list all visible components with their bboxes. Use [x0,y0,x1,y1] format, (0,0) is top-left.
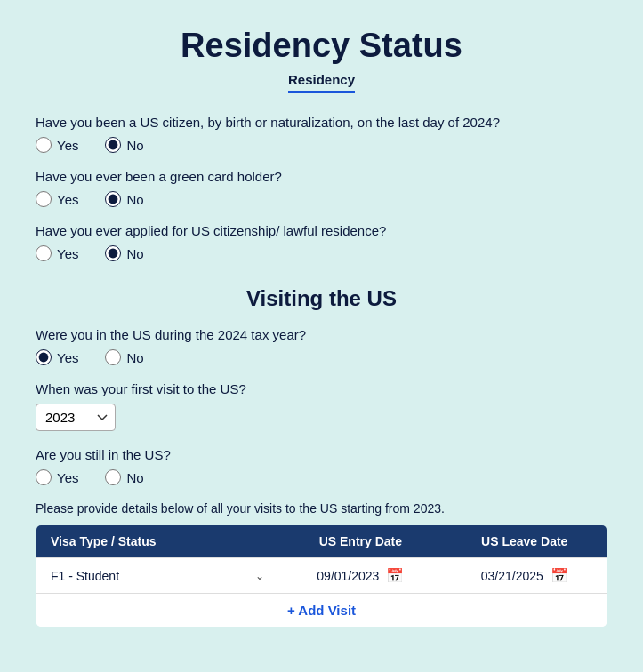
green-card-question-text: Have you ever been a green card holder? [36,169,607,184]
visa-dropdown-icon[interactable]: ⌄ [255,570,264,582]
still-no-label[interactable]: No [105,469,143,485]
still-yes-radio[interactable] [36,469,52,485]
visa-type-value: F1 - Student [51,569,119,583]
citizen-yes-radio[interactable] [36,137,52,153]
in-us-yes-label[interactable]: Yes [36,349,78,365]
leave-date-cell: 03/21/2025 📅 [443,558,607,594]
still-no-radio[interactable] [105,469,121,485]
visits-table: Visa Type / Status US Entry Date US Leav… [36,524,607,628]
green-card-no-text: No [126,192,143,207]
col-entry-date: US Entry Date [278,525,442,558]
table-header-row: Visa Type / Status US Entry Date US Leav… [36,525,607,558]
table-row: F1 - Student ⌄ 09/01/2023 📅 03/21/2025 📅 [36,558,607,594]
in-us-no-radio[interactable] [105,349,121,365]
green-card-yes-label[interactable]: Yes [36,191,78,207]
applied-no-radio[interactable] [105,245,121,261]
applied-yes-label[interactable]: Yes [36,245,78,261]
visiting-section-title: Visiting the US [36,286,607,311]
citizen-question-text: Have you been a US citizen, by birth or … [36,115,607,130]
applied-yes-radio[interactable] [36,245,52,261]
still-yes-label[interactable]: Yes [36,469,78,485]
still-yes-text: Yes [57,470,78,485]
green-card-radio-group: Yes No [36,191,607,207]
applied-question-block: Have you ever applied for US citizenship… [36,223,607,261]
still-in-us-question-block: Are you still in the US? Yes No [36,447,607,485]
still-no-text: No [126,470,143,485]
in-us-yes-radio[interactable] [36,349,52,365]
citizen-yes-label[interactable]: Yes [36,137,78,153]
in-us-yes-text: Yes [57,350,78,365]
applied-no-text: No [126,246,143,261]
first-visit-question-text: When was your first visit to the US? [36,381,607,396]
visa-type-cell: F1 - Student ⌄ [36,558,279,594]
still-in-us-radio-group: Yes No [36,469,607,485]
in-us-radio-group: Yes No [36,349,607,365]
leave-date-value: 03/21/2025 [481,569,543,583]
applied-radio-group: Yes No [36,245,607,261]
still-in-us-question-text: Are you still in the US? [36,447,607,462]
entry-date-cell: 09/01/2023 📅 [278,558,442,594]
entry-calendar-icon[interactable]: 📅 [386,567,404,584]
entry-date-value: 09/01/2023 [317,569,379,583]
leave-calendar-icon[interactable]: 📅 [551,567,568,584]
col-leave-date: US Leave Date [443,525,607,558]
add-visit-row: + Add Visit [36,594,607,628]
applied-no-label[interactable]: No [105,245,143,261]
citizen-no-text: No [126,138,143,153]
in-us-no-text: No [126,350,143,365]
first-visit-question-block: When was your first visit to the US? 202… [36,381,607,431]
applied-question-text: Have you ever applied for US citizenship… [36,223,607,238]
first-visit-year-select[interactable]: 2020 2021 2022 2023 2024 [36,404,116,431]
page-title: Residency Status [36,27,607,65]
green-card-question-block: Have you ever been a green card holder? … [36,169,607,207]
citizen-radio-group: Yes No [36,137,607,153]
col-visa-type: Visa Type / Status [36,525,279,558]
citizen-no-radio[interactable] [105,137,121,153]
in-us-question-text: Were you in the US during the 2024 tax y… [36,327,607,342]
add-visit-button[interactable]: + Add Visit [36,594,607,627]
in-us-question-block: Were you in the US during the 2024 tax y… [36,327,607,365]
green-card-no-radio[interactable] [105,191,121,207]
green-card-yes-text: Yes [57,192,78,207]
visits-description: Please provide details below of all your… [36,501,607,516]
citizen-question-block: Have you been a US citizen, by birth or … [36,115,607,153]
citizen-no-label[interactable]: No [105,137,143,153]
residency-tab[interactable]: Residency [288,72,355,93]
applied-yes-text: Yes [57,246,78,261]
citizen-yes-text: Yes [57,138,78,153]
green-card-no-label[interactable]: No [105,191,143,207]
in-us-no-label[interactable]: No [105,349,143,365]
green-card-yes-radio[interactable] [36,191,52,207]
